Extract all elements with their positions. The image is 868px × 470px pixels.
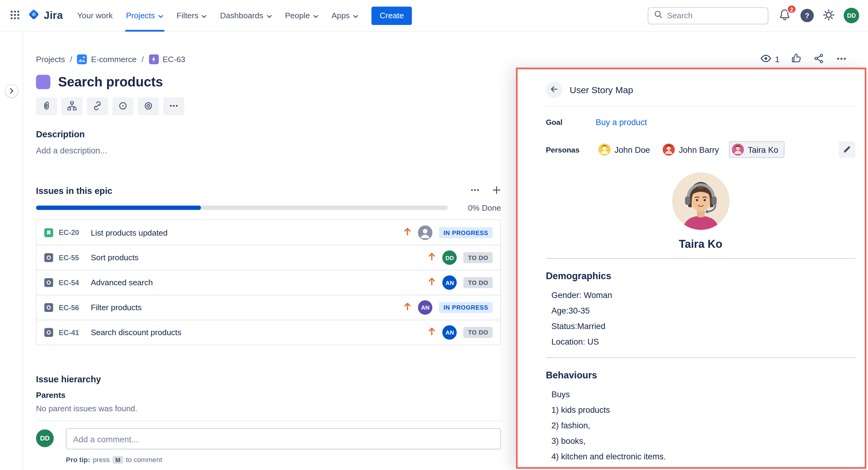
issue-summary[interactable]: Search discount products (91, 328, 182, 337)
jira-logo[interactable]: Jira (28, 8, 63, 23)
persona-avatar (663, 143, 675, 155)
more-actions-button[interactable] (836, 53, 847, 66)
nav-dashboards-label: Dashboards (220, 11, 263, 20)
thumbs-up-icon (790, 53, 802, 66)
persona-chip[interactable]: John Doe (596, 141, 653, 158)
panel-divider (546, 258, 855, 259)
persona-portrait (672, 172, 729, 230)
page-title: Search products (58, 74, 163, 90)
issue-row-meta: AN TO DO (428, 275, 493, 290)
status-badge[interactable]: TO DO (464, 277, 493, 288)
like-button[interactable] (790, 53, 802, 66)
share-button[interactable] (813, 53, 825, 66)
persona-chip-selected[interactable]: Taira Ko (729, 141, 784, 158)
app-switcher-button[interactable] (5, 6, 24, 25)
issue-row[interactable]: EC-20 List products updated IN PROGRESS (36, 220, 500, 245)
personas-label: Personas (546, 146, 596, 154)
protip-press: press (93, 456, 110, 464)
nav-apps-label: Apps (332, 11, 350, 20)
protip-label: Pro tip: (66, 456, 90, 464)
add-issue-button[interactable] (492, 186, 501, 196)
nav-projects[interactable]: Projects (119, 0, 170, 31)
personas-row: Personas John Doe John Barry Taira Ko (546, 141, 855, 158)
breadcrumb-project[interactable]: E-commerce (77, 54, 136, 64)
issue-row-meta: IN PROGRESS (404, 225, 493, 240)
assignee-avatar[interactable]: AN (418, 300, 432, 315)
hierarchy-icon (66, 100, 77, 113)
issue-summary[interactable]: Advanced search (91, 278, 153, 287)
issue-key[interactable]: EC-20 (59, 228, 85, 237)
target-icon (143, 100, 154, 113)
issue-row[interactable]: EC-55 Sort products DD TO DO (36, 245, 500, 270)
nav-dashboards[interactable]: Dashboards (214, 0, 278, 31)
link-issue-button[interactable] (87, 97, 108, 115)
create-button[interactable]: Create (371, 6, 412, 25)
global-search[interactable] (648, 7, 769, 24)
nav-people[interactable]: People (278, 0, 325, 31)
issue-key[interactable]: EC-54 (59, 278, 85, 287)
assignee-avatar[interactable]: AN (442, 275, 457, 290)
issue-summary[interactable]: List products updated (91, 228, 167, 237)
main-area: Projects / E-commerce / EC-63 1 (0, 32, 868, 470)
nav-people-label: People (285, 11, 310, 20)
project-avatar-icon (77, 54, 87, 64)
status-badge[interactable]: TO DO (464, 252, 493, 263)
progress-bar (36, 205, 448, 210)
issue-key[interactable]: EC-55 (59, 254, 85, 262)
watch-button[interactable]: 1 (760, 53, 779, 66)
behaviours-line: 2) fashion, (551, 418, 855, 433)
behaviours-line: 1) kids products (551, 402, 855, 418)
toolbar-more-button[interactable] (163, 97, 184, 115)
scope-button[interactable] (113, 97, 133, 115)
chevron-down-icon (202, 11, 207, 20)
comment-avatar: DD (36, 430, 54, 447)
issue-summary[interactable]: Filter products (91, 303, 142, 312)
demographics-line: Status:Married (551, 319, 855, 334)
settings-button[interactable] (823, 8, 835, 23)
assignee-avatar[interactable]: AN (442, 325, 457, 340)
persona-hero: Taira Ko (546, 172, 855, 251)
assignee-avatar[interactable] (418, 225, 432, 240)
goal-link[interactable]: Buy a product (596, 117, 856, 127)
demographics-line: Age:30-35 (551, 303, 855, 319)
breadcrumb-issue[interactable]: EC-63 (149, 54, 185, 64)
behaviours-line: Buys items during sales, adds mutiple it… (551, 464, 855, 469)
status-badge[interactable]: TO DO (464, 327, 493, 338)
comment-input[interactable] (66, 428, 501, 449)
issue-key[interactable]: EC-56 (59, 303, 85, 312)
nav-filters[interactable]: Filters (170, 0, 214, 31)
description-placeholder[interactable]: Add a description... (36, 146, 501, 155)
priority-up-icon (404, 302, 411, 313)
link-icon (92, 100, 103, 113)
expand-sidebar-button[interactable] (5, 84, 18, 98)
issue-row[interactable]: EC-54 Advanced search AN TO DO (36, 270, 500, 295)
status-badge[interactable]: IN PROGRESS (439, 227, 493, 238)
nav-apps[interactable]: Apps (325, 0, 365, 31)
breadcrumb-projects[interactable]: Projects (36, 55, 65, 64)
search-input[interactable] (667, 11, 762, 20)
help-button[interactable]: ? (801, 9, 814, 22)
profile-button[interactable]: DD (844, 8, 859, 23)
attach-button[interactable] (36, 97, 57, 115)
issue-summary[interactable]: Sort products (91, 253, 139, 262)
back-button[interactable] (546, 82, 563, 98)
status-badge[interactable]: IN PROGRESS (439, 302, 493, 313)
progress-done-label: 0% Done (457, 203, 501, 212)
panel-divider (546, 357, 855, 358)
edit-personas-button[interactable] (839, 141, 856, 158)
issue-row[interactable]: EC-56 Filter products AN IN PROGRESS (36, 295, 500, 320)
issue-key[interactable]: EC-41 (59, 328, 85, 336)
persona-chip[interactable]: John Barry (660, 141, 722, 158)
assignee-avatar[interactable]: DD (442, 251, 457, 265)
epic-progress-row: 0% Done (36, 203, 501, 212)
paperclip-icon (41, 100, 52, 113)
epic-issues-more-button[interactable] (470, 185, 480, 197)
breadcrumb-row: Projects / E-commerce / EC-63 1 (36, 52, 847, 66)
notifications-button[interactable]: 2 (777, 8, 792, 23)
issue-row[interactable]: EC-41 Search discount products AN TO DO (36, 320, 500, 345)
issue-row-meta: DD TO DO (428, 251, 493, 265)
scope-secondary-button[interactable] (138, 97, 159, 115)
add-child-issue-button[interactable] (61, 97, 83, 115)
nav-your-work[interactable]: Your work (70, 0, 119, 31)
notification-badge: 2 (787, 5, 797, 14)
